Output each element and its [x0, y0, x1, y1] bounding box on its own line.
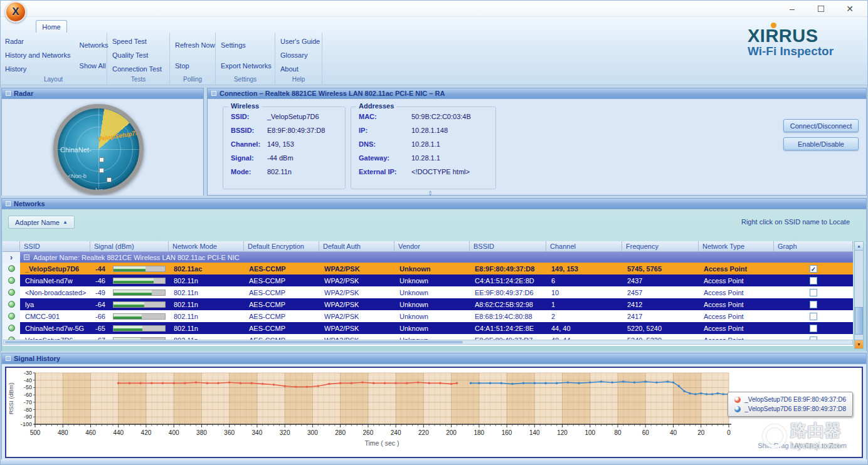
ribbon-item-quality-test[interactable]: Quality Test — [112, 51, 162, 60]
field-value: 10.28.1.1 — [411, 140, 440, 148]
cell-bssid: E8:68:19:4C:80:88 — [470, 310, 546, 322]
column-header-vendor[interactable]: Vendor — [394, 241, 470, 252]
column-header-default-encryption[interactable]: Default Encryption — [244, 241, 319, 252]
table-row[interactable]: ChinaNet-nd7w-5G-65802.11nAES-CCMPWPA2/P… — [3, 322, 853, 334]
ribbon-item-connection-test[interactable]: Connection Test — [112, 65, 162, 73]
vertical-scrollbar-thumb[interactable] — [855, 307, 863, 335]
graph-checkbox[interactable] — [810, 277, 817, 285]
graph-checkbox[interactable] — [810, 313, 817, 320]
ribbon-item-radar[interactable]: Radar — [5, 37, 71, 46]
wireless-fieldbox: Wireless SSID:_VelopSetup7D6BSSID:E8:9F:… — [223, 107, 346, 189]
column-header-frequency[interactable]: Frequency — [622, 241, 699, 252]
wireless-network-icon — [8, 277, 15, 284]
table-row[interactable]: CMCC-901-66802.11nAES-CCMPWPA2/PSKUnknow… — [3, 310, 853, 322]
radar-blip — [99, 157, 104, 162]
table-row[interactable]: ChinaNet-nd7w-46802.11nAES-CCMPWPA2/PSKU… — [3, 274, 853, 286]
cell-ssid: lya — [20, 298, 90, 310]
ribbon-item-settings[interactable]: Settings — [221, 41, 272, 50]
scroll-up-icon[interactable]: ▲ — [855, 242, 863, 251]
cell-network-mode: 802.11n — [169, 298, 244, 310]
cell-network-type: Access Point — [699, 310, 774, 322]
column-header-channel[interactable]: Channel — [546, 241, 622, 252]
cell-channel: 149, 153 — [546, 263, 622, 274]
cell-graph: ✓ — [774, 263, 853, 274]
ribbon-item-refresh-now[interactable]: Refresh Now — [175, 41, 215, 50]
networks-panel-header[interactable]: Networks — [2, 199, 866, 209]
table-row[interactable]: lya-64802.11nAES-CCMPWPA2/PSKUnknownA8:6… — [3, 298, 853, 310]
column-header-bssid[interactable]: BSSID — [470, 241, 546, 252]
column-header-network-mode[interactable]: Network Mode — [169, 241, 244, 252]
cell-signal: -64 — [90, 298, 169, 310]
svg-text:460: 460 — [85, 429, 96, 436]
cell-channel: 44, 40 — [546, 322, 622, 334]
radar-scope[interactable]: ChinaNet-_VelopSetup7D6<Non-blya — [53, 104, 144, 194]
adapter-group-row[interactable]: › − Adapter Name: Realtek 8821CE Wireles… — [3, 252, 853, 263]
tab-home[interactable]: Home — [36, 20, 67, 33]
connection-panel-header[interactable]: Connection – Realtek 8821CE Wireless LAN… — [208, 88, 866, 99]
legend-marker-icon — [734, 406, 741, 412]
radar-panel-header[interactable]: Radar — [2, 88, 203, 99]
cell-default-encryption: AES-CCMP — [244, 310, 319, 322]
horizontal-scrollbar-thumb[interactable] — [5, 341, 463, 343]
addresses-legend: Addresses — [356, 102, 396, 110]
column-header-ssid[interactable]: SSID — [20, 241, 90, 252]
svg-text:340: 340 — [252, 429, 263, 436]
connection-field: Mode:802.11n — [228, 165, 340, 179]
ribbon-item-speed-test[interactable]: Speed Test — [112, 37, 162, 46]
vertical-scrollbar[interactable]: ▲ ▼ — [854, 241, 864, 349]
signal-history-panel-header[interactable]: Signal History — [2, 353, 866, 364]
field-label: SSID: — [231, 113, 267, 120]
graph-checkbox[interactable] — [810, 325, 817, 332]
column-header-network-type[interactable]: Network Type — [699, 241, 774, 252]
column-header-default-auth[interactable]: Default Auth — [319, 241, 394, 252]
panel-splitter-handle[interactable]: ˄˅ — [424, 191, 437, 196]
column-header-signal-dbm-[interactable]: Signal (dBm) — [90, 241, 169, 252]
expander-icon[interactable]: › — [3, 252, 20, 263]
field-value: 10.28.1.148 — [411, 127, 448, 134]
field-label: External IP: — [359, 168, 411, 175]
networks-body: Adapter Name ▲ Right click on SSID name … — [2, 209, 866, 351]
cell-default-auth: WPA2/PSK — [319, 263, 394, 274]
horizontal-scrollbar[interactable] — [3, 340, 853, 345]
signal-bar-fill — [114, 302, 144, 307]
svg-text:-60: -60 — [24, 392, 32, 398]
panel-pin-icon — [6, 91, 11, 96]
ribbon-item-show-all[interactable]: Show All — [80, 61, 109, 70]
table-row[interactable]: _VelopSetup7D6-44802.11acAES-CCMPWPA2/PS… — [3, 263, 853, 274]
field-value: 149, 153 — [267, 140, 294, 148]
radar-blip — [107, 177, 112, 182]
signal-history-chart[interactable]: 5004804604404204003803603403203002802602… — [5, 367, 863, 458]
ribbon-item-glossary[interactable]: Glossary — [280, 51, 320, 60]
adapter-name-group-button[interactable]: Adapter Name ▲ — [8, 216, 75, 229]
column-header-graph[interactable]: Graph — [774, 241, 853, 252]
close-button[interactable]: ✕ — [835, 0, 864, 17]
addresses-fieldbox: Addresses MAC:50:9B:C2:C0:03:4BIP:10.28.… — [351, 107, 496, 189]
networks-grid: SSIDSignal (dBm)Network ModeDefault Encr… — [3, 241, 853, 346]
maximize-button[interactable]: ☐ — [807, 0, 835, 17]
cell-channel: 10 — [546, 286, 622, 298]
graph-checkbox[interactable]: ✓ — [810, 265, 817, 273]
cell-default-auth: WPA2/PSK — [319, 274, 394, 286]
cell-network-type: Access Point — [699, 286, 774, 298]
window-footer — [0, 459, 868, 465]
ribbon-item-history-and-networks[interactable]: History and Networks — [5, 51, 71, 60]
table-row[interactable]: <Non-broadcasted>-49802.11nAES-CCMPWPA2/… — [3, 286, 853, 298]
scroll-down-icon[interactable]: ▼ — [855, 340, 863, 348]
enable-disable-button[interactable]: Enable/Disable — [783, 137, 859, 150]
minimize-button[interactable]: – — [778, 0, 807, 17]
field-label: BSSID: — [231, 127, 267, 134]
ribbon-item-about[interactable]: About — [280, 65, 320, 73]
radar-ssid-label: lya — [95, 187, 103, 194]
ribbon-item-export-networks[interactable]: Export Networks — [221, 61, 272, 70]
connect-disconnect-button[interactable]: Connect/Disconnect — [783, 119, 859, 132]
ribbon-item-history[interactable]: History — [5, 65, 71, 73]
svg-text:-40: -40 — [24, 377, 32, 384]
signal-bar — [113, 313, 166, 320]
ribbon-item-stop[interactable]: Stop — [175, 61, 215, 70]
ribbon-item-networks[interactable]: Networks — [80, 41, 109, 50]
graph-checkbox[interactable] — [810, 301, 817, 308]
app-logo-orb[interactable]: X — [5, 1, 26, 23]
collapse-icon[interactable]: − — [24, 254, 29, 260]
ribbon-item-user-s-guide[interactable]: User's Guide — [280, 37, 320, 46]
graph-checkbox[interactable] — [810, 289, 817, 296]
